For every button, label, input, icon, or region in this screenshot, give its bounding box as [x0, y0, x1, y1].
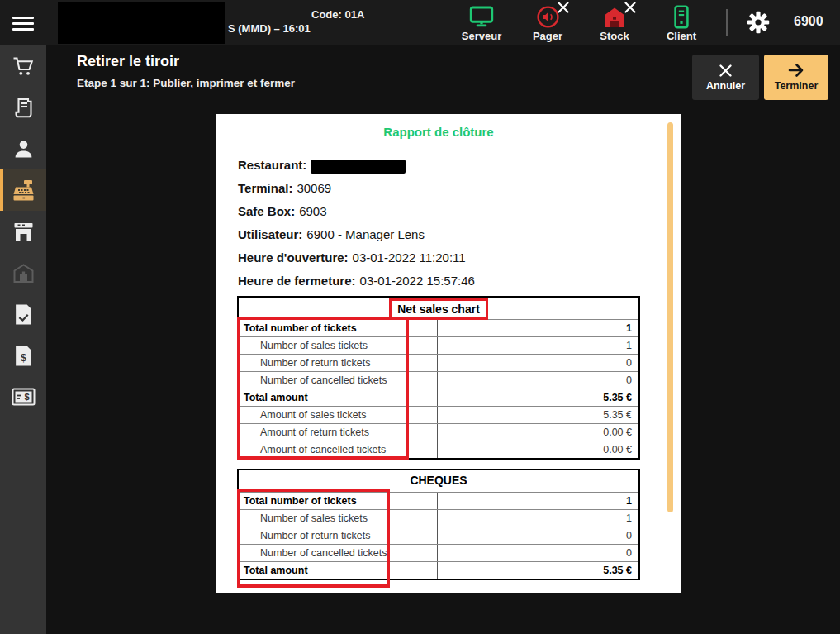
- page-subtitle: Etape 1 sur 1: Publier, imprimer et ferm…: [77, 77, 295, 89]
- row-label: Number of cancelled tickets: [239, 372, 438, 389]
- table-row: Total amount5.35 €: [239, 389, 638, 406]
- user-code: 6900: [794, 14, 823, 29]
- table-row: Number of sales tickets1: [239, 336, 638, 354]
- redacted-area: [58, 2, 225, 44]
- sidebar-item-tickets[interactable]: [0, 87, 46, 128]
- redacted-value: [311, 160, 406, 174]
- row-value: 1: [438, 337, 638, 354]
- row-value: 0: [438, 355, 638, 371]
- table-row: Number of sales tickets1: [239, 509, 638, 527]
- report-title: Rapport de clôture: [237, 125, 640, 139]
- row-value: 0: [438, 372, 638, 389]
- table-row: Number of return tickets0: [239, 354, 638, 371]
- row-value: 0.00 €: [438, 441, 638, 458]
- app-window: S (MMD) – 16:01 Code: 01A Serveur: [0, 0, 840, 634]
- row-value: 5.35 €: [438, 562, 638, 579]
- hamburger-menu-icon[interactable]: [12, 17, 34, 31]
- report-info-line: Restaurant:: [238, 154, 475, 177]
- report-table: CHEQUESTotal number of tickets1Number of…: [237, 469, 640, 580]
- topbar: S (MMD) – 16:01 Code: 01A Serveur: [0, 0, 840, 45]
- status-stock[interactable]: Stock: [589, 4, 640, 42]
- row-value: 1: [438, 510, 638, 527]
- sidebar-item-cart[interactable]: [0, 45, 46, 87]
- row-label: Number of return tickets: [239, 355, 438, 371]
- report-table: Net sales chartTotal number of tickets1N…: [237, 296, 640, 460]
- table-row: Amount of cancelled tickets0.00 €: [239, 441, 638, 458]
- row-label: Number of sales tickets: [239, 337, 438, 354]
- sidebar-item-store[interactable]: [0, 211, 46, 252]
- table-row: Number of return tickets0: [239, 527, 638, 544]
- row-value: 0: [438, 527, 638, 544]
- table-title: CHEQUES: [239, 470, 638, 492]
- person-icon: [13, 139, 34, 160]
- error-x-icon: [624, 1, 637, 17]
- sidebar-item-warehouse[interactable]: [0, 252, 46, 293]
- table-row: Number of cancelled tickets0: [239, 544, 638, 561]
- scrollbar[interactable]: [667, 122, 673, 512]
- status-label: Client: [656, 30, 707, 42]
- monitor-icon: [456, 4, 507, 30]
- report-tables: Net sales chartTotal number of tickets1N…: [237, 296, 640, 580]
- row-label: Number of cancelled tickets: [239, 545, 438, 561]
- session-label: S (MMD) – 16:01: [228, 22, 311, 35]
- speaker-icon: [522, 4, 573, 30]
- code-label: Code: 01A: [311, 8, 364, 21]
- warehouse-icon: [589, 4, 640, 30]
- store-icon: [12, 222, 35, 242]
- row-value: 5.35 €: [438, 407, 638, 423]
- table-title: Net sales chart: [239, 298, 638, 319]
- table-row: Amount of sales tickets5.35 €: [239, 406, 638, 423]
- cancel-button[interactable]: Annuler: [692, 55, 759, 100]
- receipt-icon: [13, 97, 34, 119]
- tower-icon: [656, 4, 707, 30]
- document-chart-icon: [14, 303, 33, 326]
- cart-icon: [12, 56, 35, 77]
- gear-icon[interactable]: [747, 11, 770, 34]
- finish-button[interactable]: Terminer: [764, 55, 828, 100]
- row-value: 1: [438, 493, 638, 509]
- row-label: Total amount: [239, 562, 438, 579]
- status-label: Stock: [589, 30, 640, 42]
- cancel-label: Annuler: [706, 80, 745, 92]
- document-dollar-icon: $: [14, 345, 33, 367]
- status-label: Serveur: [456, 30, 507, 42]
- close-icon: [719, 64, 733, 78]
- table-row: Total amount5.35 €: [239, 561, 638, 579]
- page-title: Retirer le tiroir: [77, 53, 179, 70]
- table-row: Amount of return tickets0.00 €: [239, 423, 638, 441]
- row-label: Total number of tickets: [239, 493, 438, 509]
- svg-text:$: $: [21, 351, 26, 363]
- row-value: 0.00 €: [438, 424, 638, 441]
- row-label: Amount of cancelled tickets: [239, 441, 438, 458]
- arrow-right-icon: [788, 63, 804, 78]
- row-label: Number of sales tickets: [239, 510, 438, 527]
- report-panel: Rapport de clôture Restaurant:Terminal:3…: [216, 114, 681, 593]
- sidebar-item-cheque[interactable]: $: [0, 376, 46, 417]
- report-info-line: Terminal:30069: [238, 177, 475, 200]
- sidebar-item-sales-doc[interactable]: $: [0, 335, 46, 376]
- topbar-divider: [726, 9, 728, 36]
- report-info-line: Utilisateur:6900 - Manager Lens: [238, 223, 475, 246]
- sidebar-item-users[interactable]: [0, 128, 46, 169]
- svg-text:$: $: [24, 392, 29, 402]
- status-label: Pager: [522, 30, 573, 42]
- row-value: 5.35 €: [438, 389, 638, 406]
- sidebar-item-report[interactable]: [0, 293, 46, 335]
- status-client[interactable]: Client: [656, 4, 707, 42]
- report-info: Restaurant:Terminal:30069Safe Box:6903Ut…: [238, 154, 475, 293]
- row-label: Number of return tickets: [239, 527, 438, 544]
- row-label: Total number of tickets: [239, 320, 438, 336]
- finish-label: Terminer: [775, 80, 819, 92]
- sidebar-item-cash-register[interactable]: [0, 169, 46, 211]
- row-label: Total amount: [239, 389, 438, 406]
- sidebar: $ $: [0, 45, 46, 634]
- row-label: Amount of sales tickets: [239, 407, 438, 423]
- status-serveur[interactable]: Serveur: [456, 4, 507, 42]
- table-row: Number of cancelled tickets0: [239, 371, 638, 389]
- report-info-line: Heure d'ouverture:03-01-2022 11:20:11: [238, 246, 475, 269]
- cheque-icon: $: [12, 388, 36, 406]
- report-info-line: Heure de fermeture:03-01-2022 15:57:46: [238, 269, 475, 293]
- table-row: Total number of tickets1: [239, 492, 638, 509]
- report-info-line: Safe Box:6903: [238, 200, 475, 223]
- status-pager[interactable]: Pager: [522, 4, 573, 42]
